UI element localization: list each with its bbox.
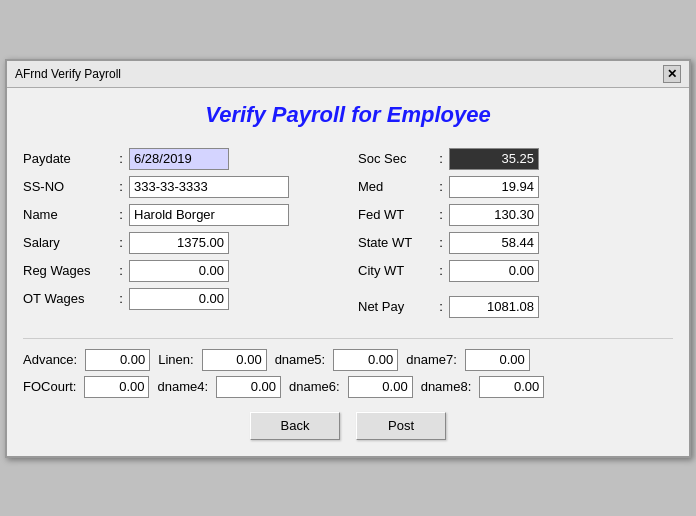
titlebar: AFrnd Verify Payroll ✕ [7,61,689,88]
otwages-row: OT Wages : [23,288,338,310]
main-window: AFrnd Verify Payroll ✕ Verify Payroll fo… [5,59,691,458]
dname5-label: dname5: [275,352,326,367]
focourt-label: FOCourt: [23,379,76,394]
citywt-input[interactable] [449,260,539,282]
dname8-input[interactable] [479,376,544,398]
ssno-colon: : [113,179,129,194]
dname6-input[interactable] [348,376,413,398]
content-area: Verify Payroll for Employee Paydate : SS… [7,88,689,456]
otwages-input[interactable] [129,288,229,310]
ssno-row: SS-NO : [23,176,338,198]
deductions-section: Advance: Linen: dname5: dname7: FOCourt:… [23,338,673,398]
socsec-label: Soc Sec [358,151,433,166]
ssno-input[interactable] [129,176,289,198]
citywt-label: City WT [358,263,433,278]
fedwt-colon: : [433,207,449,222]
netpay-colon: : [433,299,449,314]
paydate-colon: : [113,151,129,166]
name-input[interactable] [129,204,289,226]
dname8-label: dname8: [421,379,472,394]
post-button[interactable]: Post [356,412,446,440]
ssno-label: SS-NO [23,179,113,194]
statewt-colon: : [433,235,449,250]
statewt-row: State WT : [358,232,673,254]
linen-input[interactable] [202,349,267,371]
med-input[interactable] [449,176,539,198]
citywt-colon: : [433,263,449,278]
back-button[interactable]: Back [250,412,340,440]
advance-label: Advance: [23,352,77,367]
dname4-input[interactable] [216,376,281,398]
paydate-label: Paydate [23,151,113,166]
salary-row: Salary : [23,232,338,254]
med-row: Med : [358,176,673,198]
otwages-colon: : [113,291,129,306]
citywt-row: City WT : [358,260,673,282]
regwages-input[interactable] [129,260,229,282]
salary-label: Salary [23,235,113,250]
advance-input[interactable] [85,349,150,371]
right-column: Soc Sec : Med : Fed WT : State WT : [358,148,673,324]
close-button[interactable]: ✕ [663,65,681,83]
form-section: Paydate : SS-NO : Name : Salary : [23,148,673,324]
linen-label: Linen: [158,352,193,367]
netpay-row: Net Pay : [358,296,673,318]
socsec-input[interactable] [449,148,539,170]
netpay-label: Net Pay [358,299,433,314]
med-colon: : [433,179,449,194]
otwages-label: OT Wages [23,291,113,306]
paydate-row: Paydate : [23,148,338,170]
fedwt-row: Fed WT : [358,204,673,226]
name-colon: : [113,207,129,222]
regwages-colon: : [113,263,129,278]
dname6-label: dname6: [289,379,340,394]
salary-colon: : [113,235,129,250]
deductions-row-2: FOCourt: dname4: dname6: dname8: [23,376,673,398]
netpay-input[interactable] [449,296,539,318]
dname4-label: dname4: [157,379,208,394]
med-label: Med [358,179,433,194]
fedwt-label: Fed WT [358,207,433,222]
dname7-label: dname7: [406,352,457,367]
buttons-row: Back Post [23,412,673,440]
name-row: Name : [23,204,338,226]
socsec-colon: : [433,151,449,166]
socsec-row: Soc Sec : [358,148,673,170]
left-column: Paydate : SS-NO : Name : Salary : [23,148,338,324]
salary-input[interactable] [129,232,229,254]
page-title: Verify Payroll for Employee [23,98,673,132]
regwages-label: Reg Wages [23,263,113,278]
paydate-input[interactable] [129,148,229,170]
statewt-label: State WT [358,235,433,250]
deductions-row-1: Advance: Linen: dname5: dname7: [23,349,673,371]
statewt-input[interactable] [449,232,539,254]
name-label: Name [23,207,113,222]
focourt-input[interactable] [84,376,149,398]
fedwt-input[interactable] [449,204,539,226]
dname7-input[interactable] [465,349,530,371]
regwages-row: Reg Wages : [23,260,338,282]
window-title: AFrnd Verify Payroll [15,67,121,81]
dname5-input[interactable] [333,349,398,371]
